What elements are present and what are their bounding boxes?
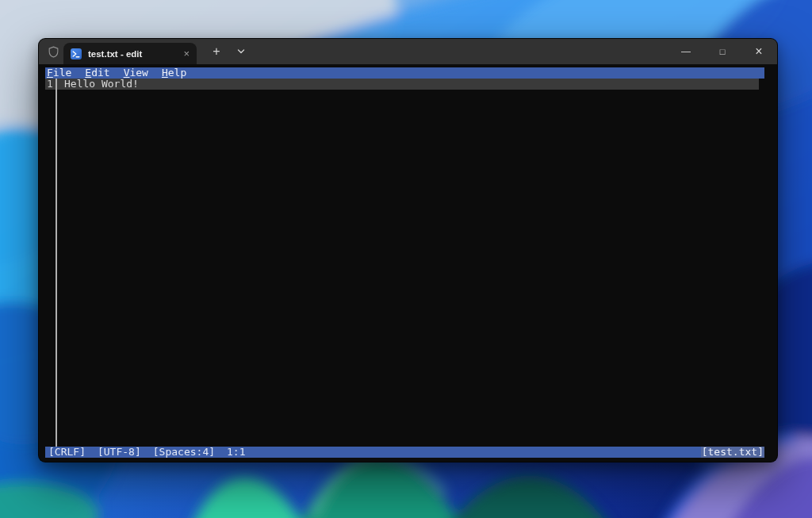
menu-item-edit[interactable]: Edit	[85, 67, 109, 79]
new-tab-button[interactable]: +	[203, 39, 230, 64]
tab-dropdown-button[interactable]	[230, 39, 252, 64]
minimize-button[interactable]: —	[668, 39, 704, 64]
powershell-icon	[71, 48, 82, 59]
tab-test-txt[interactable]: test.txt - edit ×	[63, 43, 197, 64]
terminal-content: File Edit View Help 1 Hello World! [CRLF…	[39, 64, 777, 462]
menu-item-file[interactable]: File	[47, 67, 71, 79]
editor-line[interactable]: 1 Hello World!	[45, 79, 759, 90]
line-text[interactable]: Hello World!	[64, 79, 139, 90]
status-indentation[interactable]: [Spaces:4]	[153, 447, 215, 458]
menu-hotkey: V	[124, 67, 130, 79]
status-filename[interactable]: [test.txt]	[701, 447, 764, 458]
status-line-ending[interactable]: [CRLF]	[48, 447, 86, 458]
gutter-separator	[56, 79, 57, 447]
tab-close-button[interactable]: ×	[183, 48, 190, 59]
menu-hotkey: E	[85, 67, 91, 79]
maximize-button[interactable]: □	[704, 39, 741, 64]
menubar: File Edit View Help	[45, 67, 764, 79]
close-button[interactable]: ×	[741, 39, 777, 64]
menu-item-view[interactable]: View	[124, 67, 148, 79]
menu-label-rest: ile	[53, 67, 71, 79]
titlebar-drag-area[interactable]	[252, 39, 668, 64]
menu-label-rest: iew	[129, 67, 147, 79]
chevron-down-icon	[236, 47, 246, 56]
terminal-window: test.txt - edit × + — □ × File Edit View…	[38, 38, 778, 462]
menu-hotkey: H	[162, 67, 168, 79]
admin-shield-icon	[43, 39, 63, 64]
menu-item-help[interactable]: Help	[162, 67, 186, 79]
titlebar[interactable]: test.txt - edit × + — □ ×	[39, 39, 777, 64]
menu-label-rest: elp	[168, 67, 186, 79]
menu-label-rest: dit	[91, 67, 109, 79]
status-cursor-position[interactable]: 1:1	[227, 447, 245, 458]
menu-hotkey: F	[47, 67, 53, 79]
editor-area[interactable]: 1 Hello World!	[45, 79, 764, 447]
status-encoding[interactable]: [UTF-8]	[98, 447, 141, 458]
statusbar: [CRLF] [UTF-8] [Spaces:4] 1:1 [test.txt]	[45, 447, 764, 458]
line-number: 1	[45, 79, 56, 90]
tab-title: test.txt - edit	[88, 49, 177, 59]
